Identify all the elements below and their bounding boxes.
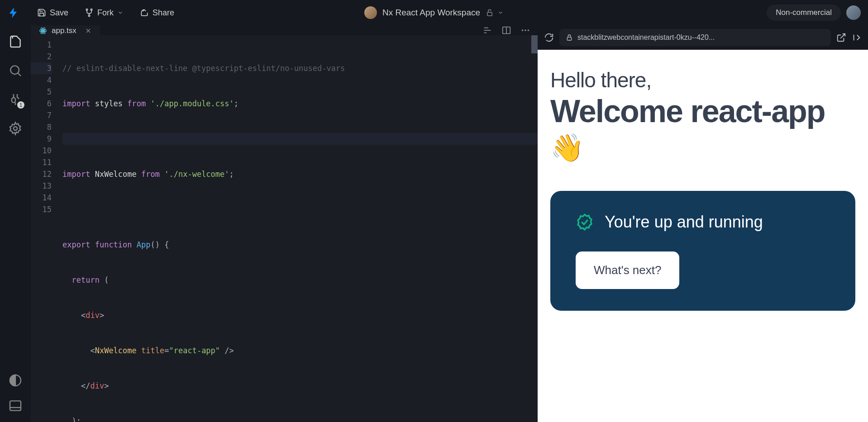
tab-actions [482, 25, 538, 35]
license-badge[interactable]: Non-commercial [767, 5, 841, 21]
svg-point-0 [86, 9, 87, 10]
explorer-icon[interactable] [8, 34, 23, 49]
top-bar-right: Non-commercial [767, 5, 861, 21]
whats-next-button[interactable]: What's next? [576, 251, 679, 289]
chevron-down-icon [497, 9, 504, 16]
top-menu-bar: Save Fork Share Nx React App Workspace [0, 0, 868, 25]
settings-nav-icon[interactable] [8, 121, 23, 136]
svg-point-23 [528, 29, 529, 31]
svg-rect-8 [10, 401, 21, 410]
split-editor-icon[interactable] [501, 25, 511, 35]
share-icon [140, 8, 149, 17]
welcome-heading: Welcome react-app 👋 [550, 94, 855, 164]
workspace-avatar [364, 6, 377, 19]
close-icon[interactable] [85, 27, 92, 34]
code-content[interactable]: // eslint-disable-next-line @typescript-… [62, 39, 538, 422]
save-button[interactable]: Save [31, 5, 75, 21]
workspace-visibility[interactable] [486, 9, 504, 17]
stackblitz-logo-icon [7, 6, 20, 19]
wave-emoji: 👋 [550, 133, 583, 163]
file-tab[interactable]: app.tsx [31, 25, 100, 35]
fork-label: Fork [97, 8, 114, 18]
url-bar[interactable]: stackblitzwebcontainerapistart-0kzu--420… [559, 29, 831, 46]
fork-icon [85, 8, 94, 17]
editor-area: app.tsx 1 2 3 [31, 25, 538, 422]
ports-icon[interactable]: 1 [8, 92, 23, 107]
code-editor[interactable]: 1 2 3 4 5 6 7 8 9 10 11 12 13 14 15 // e… [31, 35, 538, 422]
workspace-title: Nx React App Workspace [382, 8, 480, 18]
fork-button[interactable]: Fork [78, 5, 130, 21]
svg-point-1 [91, 9, 92, 10]
activity-bar: 1 [0, 25, 31, 422]
reload-icon[interactable] [544, 33, 554, 43]
search-nav-icon[interactable] [8, 63, 23, 78]
svg-point-2 [88, 15, 90, 16]
more-icon[interactable] [520, 25, 530, 35]
svg-line-5 [18, 73, 21, 76]
minimap[interactable] [531, 35, 538, 53]
status-card: You're up and running What's next? [550, 191, 855, 311]
license-label: Non-commercial [776, 8, 832, 17]
share-button[interactable]: Share [134, 5, 181, 21]
save-icon [37, 8, 46, 17]
share-label: Share [153, 8, 174, 18]
svg-point-22 [525, 29, 526, 31]
main-area: 1 [0, 25, 868, 422]
svg-point-4 [10, 66, 19, 74]
svg-point-21 [522, 29, 524, 31]
svg-rect-3 [487, 12, 492, 16]
status-text: You're up and running [605, 213, 763, 232]
svg-point-10 [43, 30, 44, 31]
chevron-down-icon [117, 9, 124, 16]
lock-icon [566, 34, 573, 41]
ports-badge: 1 [17, 101, 24, 109]
user-avatar[interactable] [846, 5, 861, 20]
check-badge-icon [576, 213, 594, 231]
svg-point-6 [14, 127, 17, 130]
hello-heading: Hello there, [550, 68, 855, 92]
prettier-icon[interactable] [482, 25, 492, 35]
svg-rect-24 [567, 37, 571, 40]
line-gutter: 1 2 3 4 5 6 7 8 9 10 11 12 13 14 15 [31, 39, 62, 422]
whats-next-label: What's next? [594, 263, 661, 277]
preview-panel: stackblitzwebcontainerapistart-0kzu--420… [538, 25, 868, 422]
preview-content: Hello there, Welcome react-app 👋 You're … [538, 50, 868, 422]
tab-bar: app.tsx [31, 25, 538, 35]
workspace-title-area[interactable]: Nx React App Workspace [364, 6, 504, 19]
preview-toolbar: stackblitzwebcontainerapistart-0kzu--420… [538, 25, 868, 50]
top-bar-left: Save Fork Share [7, 5, 181, 21]
open-external-icon[interactable] [836, 33, 846, 43]
theme-icon[interactable] [8, 373, 23, 388]
preview-url: stackblitzwebcontainerapistart-0kzu--420… [577, 33, 715, 42]
collapse-icon[interactable] [852, 33, 862, 43]
unlock-icon [486, 9, 494, 17]
panel-icon[interactable] [8, 398, 23, 413]
tab-filename: app.tsx [52, 26, 76, 35]
react-file-icon [39, 27, 47, 35]
save-label: Save [50, 8, 68, 18]
svg-line-25 [840, 34, 845, 38]
